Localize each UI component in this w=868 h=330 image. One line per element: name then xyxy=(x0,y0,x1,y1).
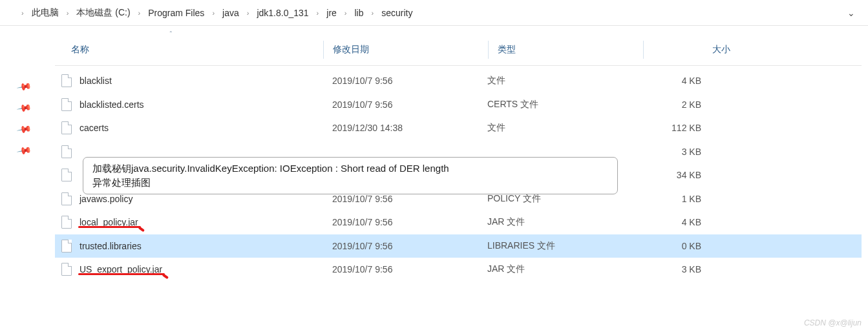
file-date: 2019/10/7 9:56 xyxy=(323,99,478,110)
file-name-cell: blacklisted.certs xyxy=(55,98,323,111)
file-size: 3 KB xyxy=(624,147,721,157)
tooltip-line: 异常处理插图 xyxy=(92,176,608,190)
chevron-down-icon[interactable]: ⌄ xyxy=(847,8,855,18)
tooltip-line: 加载秘钥java.security.InvalidKeyException: I… xyxy=(92,161,608,176)
column-header-type[interactable]: 类型 xyxy=(498,44,643,56)
chevron-right-icon[interactable]: › xyxy=(247,9,249,17)
pin-icon: 📌 xyxy=(16,121,33,138)
file-icon xyxy=(61,74,72,87)
file-date: 2019/10/7 9:56 xyxy=(323,241,478,251)
file-size: 4 KB xyxy=(624,76,721,86)
file-name-cell: blacklist xyxy=(55,74,323,87)
file-name-cell: trusted.libraries xyxy=(55,240,323,253)
file-type: CERTS 文件 xyxy=(478,99,624,110)
file-date: 2019/10/7 9:56 xyxy=(323,217,478,227)
file-icon xyxy=(61,240,72,253)
file-type: JAR 文件 xyxy=(478,263,624,275)
file-icon xyxy=(61,98,72,111)
file-icon xyxy=(61,192,72,205)
file-name-cell: US_export_policy.jar xyxy=(55,263,323,276)
annotation-underline xyxy=(162,273,169,279)
file-icon xyxy=(61,216,72,229)
file-type: 文件 xyxy=(478,122,624,134)
file-size: 0 KB xyxy=(624,241,721,251)
annotation-underline xyxy=(138,226,145,232)
file-name-cell: cacerts xyxy=(55,121,323,134)
file-row[interactable]: blacklisted.certs2019/10/7 9:56CERTS 文件2… xyxy=(55,93,862,117)
file-size: 34 KB xyxy=(624,170,721,180)
file-size: 1 KB xyxy=(624,194,721,204)
column-separator xyxy=(488,41,489,59)
breadcrumb-item[interactable]: Program Files xyxy=(145,6,207,19)
column-separator xyxy=(323,41,324,59)
chevron-right-icon[interactable]: › xyxy=(372,9,374,17)
file-row[interactable]: blacklist2019/10/7 9:56文件4 KB xyxy=(55,69,862,93)
column-header-name[interactable]: 名称 xyxy=(55,44,323,56)
quick-access-pins: 📌 📌 📌 📌 xyxy=(0,26,48,311)
column-separator xyxy=(643,41,644,59)
breadcrumb-item[interactable]: jre xyxy=(324,6,339,19)
file-name-cell: javaws.policy xyxy=(55,192,323,205)
file-row[interactable]: local_policy.jar2019/10/7 9:56JAR 文件4 KB xyxy=(55,211,862,234)
breadcrumb-item[interactable]: lib xyxy=(352,6,366,19)
chevron-right-icon[interactable]: › xyxy=(21,9,24,17)
file-name-cell xyxy=(55,145,323,158)
chevron-right-icon[interactable]: › xyxy=(138,9,141,17)
file-size: 2 KB xyxy=(624,99,721,110)
breadcrumb-item[interactable]: 此电脑 xyxy=(29,6,61,20)
file-icon xyxy=(61,145,72,158)
chevron-right-icon[interactable]: › xyxy=(212,9,215,17)
file-size: 4 KB xyxy=(624,217,721,227)
breadcrumb: › 此电脑 › 本地磁盘 (C:) › Program Files › java… xyxy=(0,0,868,26)
file-type: 文件 xyxy=(478,75,624,87)
file-type: JAR 文件 xyxy=(478,216,624,228)
breadcrumb-item[interactable]: security xyxy=(379,6,415,19)
file-name: cacerts xyxy=(79,123,109,133)
column-header-date[interactable]: 修改日期 xyxy=(333,44,488,56)
file-name: blacklisted.certs xyxy=(79,99,144,110)
file-date: 2019/10/7 9:56 xyxy=(323,264,478,274)
file-name: blacklist xyxy=(79,76,112,86)
pin-icon: 📌 xyxy=(16,142,33,159)
file-type: LIBRARIES 文件 xyxy=(478,240,624,252)
file-size: 112 KB xyxy=(624,123,721,133)
file-type: POLICY 文件 xyxy=(478,193,624,205)
column-header-size[interactable]: 大小 xyxy=(653,44,750,56)
file-row[interactable]: US_export_policy.jar2019/10/7 9:56JAR 文件… xyxy=(55,258,862,282)
file-size: 3 KB xyxy=(624,264,721,274)
watermark: CSDN @x@lijun xyxy=(804,318,862,327)
pin-icon: 📌 xyxy=(16,78,33,95)
annotation-underline xyxy=(78,273,165,276)
file-date: 2019/10/7 9:56 xyxy=(323,76,478,86)
pin-icon: 📌 xyxy=(16,99,33,116)
breadcrumb-item[interactable]: jdk1.8.0_131 xyxy=(254,6,311,19)
breadcrumb-item[interactable]: 本地磁盘 (C:) xyxy=(74,6,132,20)
file-row[interactable]: cacerts2019/12/30 14:38文件112 KB xyxy=(55,116,862,140)
file-name-cell: local_policy.jar xyxy=(55,216,323,229)
file-icon xyxy=(61,263,72,276)
annotation-underline xyxy=(78,226,141,229)
file-list-header: ˆ 名称 修改日期 类型 大小 xyxy=(55,36,862,66)
chevron-right-icon[interactable]: › xyxy=(317,9,319,17)
sort-ascending-icon: ˆ xyxy=(170,30,173,38)
file-name: trusted.libraries xyxy=(79,241,142,251)
breadcrumb-item[interactable]: java xyxy=(220,6,242,19)
tooltip: 加载秘钥java.security.InvalidKeyException: I… xyxy=(83,157,618,194)
chevron-right-icon[interactable]: › xyxy=(344,9,347,17)
chevron-right-icon[interactable]: › xyxy=(67,9,69,17)
file-date: 2019/12/30 14:38 xyxy=(323,123,478,133)
file-name: javaws.policy xyxy=(79,194,132,204)
file-icon xyxy=(61,169,72,181)
file-date: 2019/10/7 9:56 xyxy=(323,194,478,204)
file-icon xyxy=(61,121,72,134)
file-row[interactable]: trusted.libraries2019/10/7 9:56LIBRARIES… xyxy=(55,234,862,258)
